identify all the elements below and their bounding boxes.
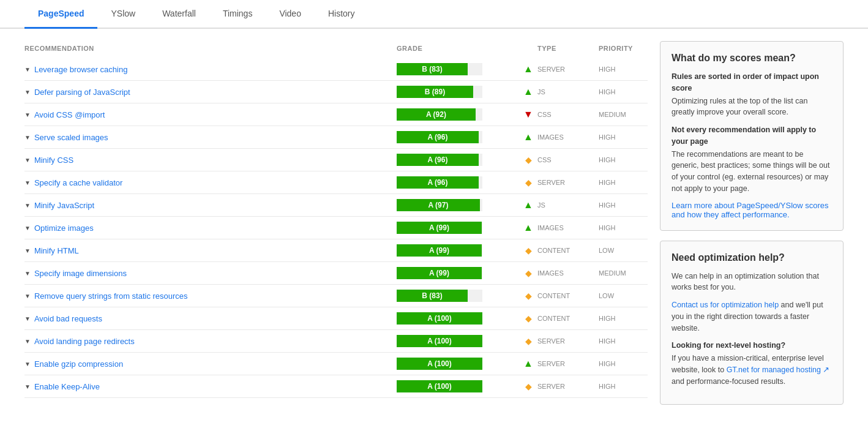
expand-icon[interactable]: ▼ [24, 315, 31, 322]
recommendation-link[interactable]: Enable gzip compression [34, 359, 123, 369]
arrow-down-icon: ▼ [523, 109, 533, 120]
grade-bar: A (96) [397, 154, 479, 166]
expand-icon[interactable]: ▼ [24, 225, 31, 231]
grade-bar-wrap: A (96) [397, 176, 482, 189]
row-priority: MEDIUM [599, 269, 648, 277]
tab-waterfall[interactable]: Waterfall [149, 0, 209, 29]
col-header-priority: PRIORITY [599, 45, 648, 52]
expand-icon[interactable]: ▼ [24, 293, 31, 299]
grade-bar: A (100) [397, 380, 482, 392]
recommendation-link[interactable]: Serve scaled images [34, 133, 108, 142]
grade-bar: B (83) [397, 290, 468, 302]
expand-icon[interactable]: ▼ [24, 361, 31, 367]
right-panel: What do my scores mean? Rules are sorted… [660, 41, 844, 415]
table-row: ▼ Remove query strings from static resou… [24, 285, 648, 307]
row-priority: HIGH [599, 360, 648, 367]
recommendation-link[interactable]: Defer parsing of JavaScript [34, 88, 130, 97]
row-type: IMAGES [537, 269, 599, 277]
expand-icon[interactable]: ▼ [24, 383, 31, 390]
expand-icon[interactable]: ▼ [24, 111, 31, 118]
row-recommendation: ▼ Specify a cache validator [24, 178, 397, 187]
expand-icon[interactable]: ▼ [24, 134, 31, 141]
recommendation-link[interactable]: Optimize images [34, 223, 94, 233]
row-trend-icon: ▲ [519, 64, 537, 75]
tab-pagespeed[interactable]: PageSpeed [24, 0, 97, 29]
row-grade: B (83) [397, 290, 519, 302]
optimization-card-title: Need optimization help? [672, 252, 832, 263]
table-row: ▼ Specify image dimensions A (99) ◆ IMAG… [24, 262, 648, 285]
table-row: ▼ Minify CSS A (96) ◆ CSS HIGH [24, 149, 648, 171]
recommendation-link[interactable]: Enable Keep-Alive [34, 382, 100, 391]
rows-container: ▼ Leverage browser caching B (83) ▲ SERV… [24, 58, 648, 398]
tab-history[interactable]: History [315, 0, 369, 29]
expand-icon[interactable]: ▼ [24, 338, 31, 345]
grade-bar-wrap: A (99) [397, 222, 482, 234]
recommendation-link[interactable]: Leverage browser caching [34, 65, 127, 74]
row-type: CONTENT [537, 247, 599, 254]
row-priority: HIGH [599, 224, 648, 231]
row-grade: A (100) [397, 358, 519, 370]
grade-bar-wrap: A (100) [397, 335, 482, 347]
expand-icon[interactable]: ▼ [24, 270, 31, 277]
row-trend-icon: ▲ [519, 200, 537, 211]
recommendation-link[interactable]: Avoid bad requests [34, 314, 102, 323]
recommendation-link[interactable]: Minify HTML [34, 246, 79, 255]
row-recommendation: ▼ Defer parsing of JavaScript [24, 88, 397, 97]
grade-bar-wrap: B (83) [397, 63, 482, 75]
col-header-grade: GRADE [397, 45, 519, 52]
grade-bar: A (99) [397, 222, 482, 234]
row-type: SERVER [537, 66, 599, 73]
contact-link[interactable]: Contact us for optimization help [672, 301, 779, 309]
left-panel: RECOMMENDATION GRADE TYPE PRIORITY ▼ Lev… [24, 41, 648, 415]
row-trend-icon: ▼ [519, 109, 537, 120]
recommendation-link[interactable]: Specify image dimensions [34, 269, 127, 278]
row-type: CONTENT [537, 315, 599, 322]
recommendation-link[interactable]: Minify JavaScript [34, 201, 94, 210]
table-row: ▼ Serve scaled images A (96) ▲ IMAGES HI… [24, 126, 648, 149]
hosting-bold: Looking for next-level hosting? [672, 340, 832, 351]
recommendation-link[interactable]: Remove query strings from static resourc… [34, 291, 188, 301]
recommendation-link[interactable]: Avoid CSS @import [34, 110, 105, 119]
tab-yslow[interactable]: YSlow [97, 0, 149, 29]
grade-bar-wrap: A (99) [397, 267, 482, 279]
arrow-up-icon: ▲ [523, 64, 533, 75]
row-recommendation: ▼ Serve scaled images [24, 133, 397, 142]
recommendation-link[interactable]: Minify CSS [34, 156, 73, 165]
expand-icon[interactable]: ▼ [24, 179, 31, 186]
row-trend-icon: ◆ [519, 178, 537, 187]
tab-video[interactable]: Video [266, 0, 315, 29]
row-recommendation: ▼ Avoid bad requests [24, 314, 397, 323]
row-recommendation: ▼ Avoid CSS @import [24, 110, 397, 119]
row-grade: A (96) [397, 176, 519, 189]
grade-bar-wrap: A (100) [397, 312, 482, 325]
table-row: ▼ Minify JavaScript A (97) ▲ JS HIGH [24, 194, 648, 217]
grade-bar: A (97) [397, 199, 480, 211]
row-trend-icon: ◆ [519, 291, 537, 301]
grade-bar-wrap: A (100) [397, 358, 482, 370]
expand-icon[interactable]: ▼ [24, 157, 31, 163]
row-priority: HIGH [599, 156, 648, 163]
expand-icon[interactable]: ▼ [24, 89, 31, 96]
expand-icon[interactable]: ▼ [24, 247, 31, 254]
arrow-up-icon: ▲ [523, 86, 533, 97]
recommendation-link[interactable]: Specify a cache validator [34, 178, 123, 187]
row-recommendation: ▼ Minify CSS [24, 156, 397, 165]
row-type: SERVER [537, 337, 599, 345]
row-trend-icon: ▲ [519, 222, 537, 233]
row-recommendation: ▼ Specify image dimensions [24, 269, 397, 278]
row-grade: A (100) [397, 380, 519, 392]
recommendation-link[interactable]: Avoid landing page redirects [34, 337, 135, 346]
row-grade: A (99) [397, 244, 519, 257]
expand-icon[interactable]: ▼ [24, 66, 31, 73]
hosting-link[interactable]: GT.net for managed hosting ↗ [727, 366, 830, 374]
table-row: ▼ Avoid CSS @import A (92) ▼ CSS MEDIUM [24, 103, 648, 126]
scores-card-link[interactable]: Learn more about PageSpeed/YSlow scores … [672, 201, 829, 219]
diamond-icon: ◆ [525, 313, 532, 323]
expand-icon[interactable]: ▼ [24, 202, 31, 209]
row-grade: A (100) [397, 312, 519, 325]
tab-timings[interactable]: Timings [209, 0, 266, 29]
col-header-type: TYPE [537, 45, 599, 52]
grade-bar: A (100) [397, 358, 482, 370]
grade-bar-wrap: A (96) [397, 131, 482, 143]
row-grade: A (96) [397, 154, 519, 166]
